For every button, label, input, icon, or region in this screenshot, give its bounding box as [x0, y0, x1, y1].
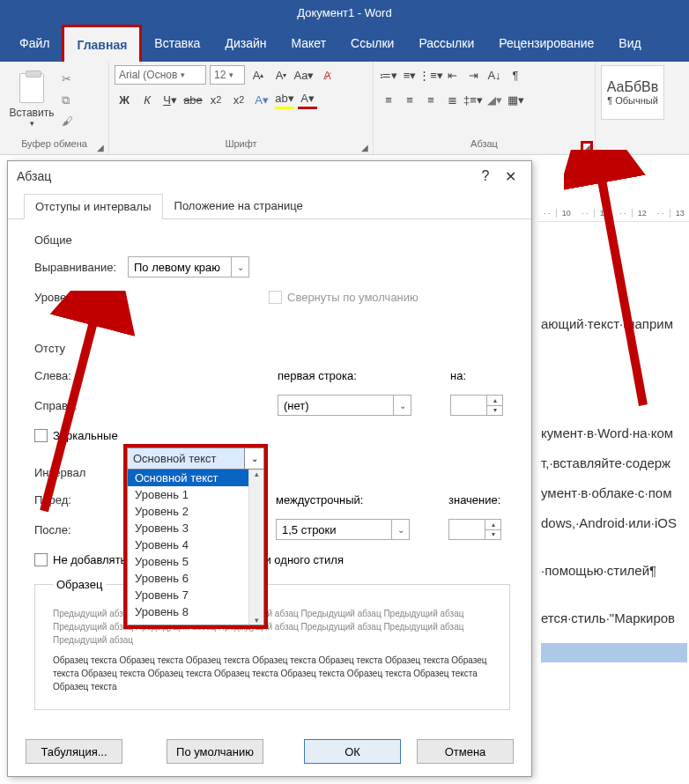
borders-button[interactable]: ▦▾ [506, 90, 525, 109]
tab-layout[interactable]: Макет [278, 25, 338, 62]
level-option[interactable]: Уровень 8 [128, 603, 263, 620]
cut-button[interactable]: ✂ [62, 72, 79, 88]
clipboard-dialog-launcher[interactable]: ◢ [94, 141, 107, 153]
selection-highlight [541, 643, 687, 662]
sort-button[interactable]: A↓ [485, 65, 504, 85]
mirror-indents-checkbox[interactable] [34, 429, 48, 442]
dialog-title: Абзац [17, 169, 51, 183]
tab-home[interactable]: Главная [62, 25, 142, 62]
tab-references[interactable]: Ссылки [338, 25, 406, 62]
level-option[interactable]: Уровень 9 [128, 620, 263, 625]
at-spinner[interactable]: ▴▾ [448, 519, 501, 540]
style-normal[interactable]: АаБбВв ¶ Обычный [601, 65, 664, 120]
italic-button[interactable]: К [137, 90, 157, 109]
level-option[interactable]: Уровень 7 [128, 587, 263, 603]
doc-line: ающий·текст·(наприм [541, 314, 685, 335]
first-line-label: первая строка: [278, 369, 450, 382]
paragraph-dialog-launcher[interactable]: ◢ [581, 141, 593, 153]
change-case-button[interactable]: Aa▾ [294, 65, 314, 85]
title-bar: Документ1 - Word [0, 0, 689, 25]
format-painter-button[interactable]: 🖌 [62, 115, 79, 130]
text-effects-button[interactable]: A▾ [252, 90, 271, 109]
show-marks-button[interactable]: ¶ [506, 65, 525, 85]
alignment-select[interactable]: По левому краю ⌄ [128, 256, 249, 277]
mirror-indents-label: Зеркальные [53, 429, 118, 442]
alignment-label: Выравнивание: [34, 261, 128, 274]
grow-font-button[interactable]: A▴ [248, 65, 268, 85]
paste-button[interactable]: Вставить ▾ [5, 65, 58, 136]
level-option[interactable]: Уровень 1 [128, 486, 263, 503]
doc-line: ется·стиль·"Маркиров [541, 608, 685, 629]
font-color-button[interactable]: A▾ [298, 90, 317, 109]
level-option[interactable]: Основной текст [128, 470, 263, 486]
clipboard-icon [19, 73, 44, 103]
font-size-combo[interactable]: 12▾ [210, 65, 245, 85]
dont-add-space-checkbox[interactable] [34, 553, 48, 566]
chevron-down-icon: ⌄ [231, 257, 248, 277]
shrink-font-button[interactable]: A▾ [271, 65, 291, 85]
line-spacing-select[interactable]: 1,5 строки ⌄ [276, 519, 410, 540]
set-default-button[interactable]: По умолчанию [167, 739, 263, 764]
level-option[interactable]: Уровень 4 [128, 536, 263, 553]
align-left-button[interactable]: ≡ [379, 90, 398, 109]
font-dialog-launcher[interactable]: ◢ [359, 141, 371, 153]
font-name-value: Arial (Основ [119, 69, 177, 81]
section-general: Общие [34, 233, 510, 247]
collapsed-checkbox[interactable] [269, 291, 282, 304]
tabs-button[interactable]: Табуляция... [26, 739, 122, 764]
superscript-button[interactable]: x2 [229, 90, 248, 109]
justify-button[interactable]: ≣ [442, 90, 462, 109]
highlight-button[interactable]: ab▾ [275, 90, 294, 109]
tab-insert[interactable]: Вставка [142, 25, 212, 62]
first-line-select[interactable]: (нет) ⌄ [278, 395, 411, 416]
by-spinner[interactable]: ▴▾ [450, 395, 503, 416]
ok-button[interactable]: ОК [304, 739, 401, 764]
by-label: на: [450, 369, 466, 382]
decrease-indent-button[interactable]: ⇤ [442, 65, 462, 85]
indent-left-label: Слева: [34, 369, 128, 382]
outline-level-select[interactable]: Основной текст ⌄ [128, 448, 263, 470]
subscript-button[interactable]: x2 [206, 90, 226, 109]
tab-review[interactable]: Рецензирование [486, 25, 606, 62]
line-spacing-value: 1,5 строки [282, 523, 337, 536]
indent-right-label: Справа: [34, 399, 128, 412]
paragraph-dialog: Абзац ? ✕ Отступы и интервалы Положение … [7, 160, 532, 777]
scrollbar[interactable]: ▴▾ [248, 470, 263, 625]
copy-button[interactable]: ⧉ [62, 93, 79, 109]
tab-view[interactable]: Вид [606, 25, 653, 62]
dialog-help-button[interactable]: ? [473, 168, 498, 184]
document-title: Документ1 - Word [297, 6, 391, 19]
cancel-button[interactable]: Отмена [417, 739, 514, 764]
ruler[interactable]: · · 10 · · 11 · · 12 · · 13 [537, 204, 689, 222]
tab-line-page-breaks[interactable]: Положение на странице [163, 193, 315, 218]
level-option[interactable]: Уровень 5 [128, 553, 263, 570]
dialog-close-button[interactable]: ✕ [498, 168, 522, 185]
align-right-button[interactable]: ≡ [421, 90, 441, 109]
paragraph-group-label: Абзац [379, 138, 589, 154]
line-spacing-button[interactable]: ‡≡▾ [463, 90, 483, 109]
numbering-button[interactable]: ≡▾ [400, 65, 419, 85]
level-option[interactable]: Уровень 6 [128, 570, 263, 587]
tab-indents-spacing[interactable]: Отступы и интервалы [24, 194, 163, 219]
increase-indent-button[interactable]: ⇥ [463, 65, 483, 85]
font-name-combo[interactable]: Arial (Основ▾ [115, 65, 206, 85]
bold-button[interactable]: Ж [115, 90, 134, 109]
ruler-mark: 13 [670, 209, 689, 218]
preview-box: Образец Предыдущий абзац Предыдущий абза… [34, 578, 510, 710]
tab-design[interactable]: Дизайн [212, 25, 278, 62]
paste-label: Вставить [10, 107, 55, 119]
underline-button[interactable]: Ч▾ [160, 90, 180, 109]
clear-formatting-button[interactable]: A̷ [317, 65, 337, 85]
document-text[interactable]: ающий·текст·(наприм кумент·в·Word·на·ком… [541, 314, 685, 669]
align-center-button[interactable]: ≡ [400, 90, 419, 109]
tab-mailings[interactable]: Рассылки [406, 25, 486, 62]
shading-button[interactable]: ◢▾ [485, 90, 504, 109]
bullets-button[interactable]: ≔▾ [379, 65, 398, 85]
level-option[interactable]: Уровень 3 [128, 520, 263, 536]
multilevel-button[interactable]: ⋮≡▾ [421, 65, 441, 85]
tab-file[interactable]: Файл [7, 25, 62, 62]
level-option[interactable]: Уровень 2 [128, 503, 263, 520]
outline-level-label: Уровень: [34, 291, 128, 304]
strikethrough-button[interactable]: abe [183, 90, 203, 109]
chevron-down-icon: ⌄ [393, 396, 411, 415]
